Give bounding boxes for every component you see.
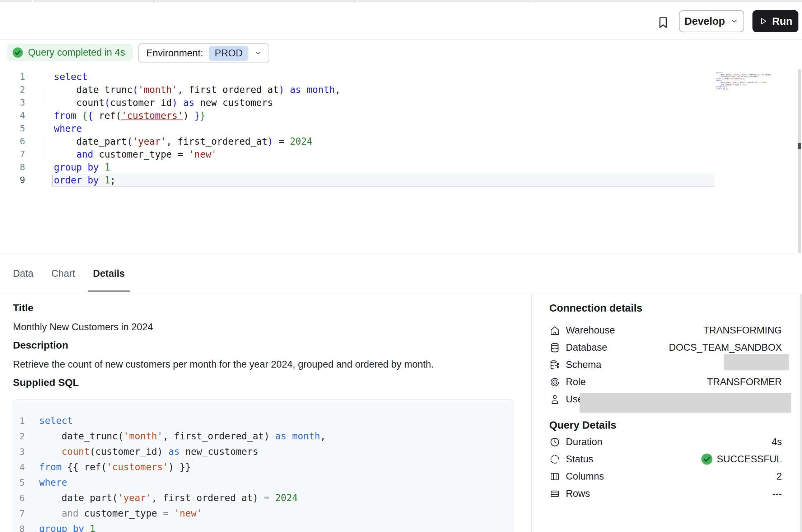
code-line[interactable]: 3 count(customer_id) as new_customers xyxy=(13,444,514,459)
rows-value: --- xyxy=(772,488,782,499)
chevron-down-icon xyxy=(730,17,738,25)
code-line[interactable]: 5where xyxy=(13,475,514,490)
status-row: StatusSUCCESSFUL xyxy=(549,451,782,467)
duration-label: Duration xyxy=(566,437,602,448)
status-value: SUCCESSFUL xyxy=(701,453,782,465)
status-label: Status xyxy=(566,454,593,465)
panel-divider xyxy=(531,294,532,532)
environment-value-chip: PROD xyxy=(209,46,248,61)
code-line[interactable]: 8group by 1 xyxy=(0,161,802,174)
description-heading: Description xyxy=(13,340,68,351)
line-number: 7 xyxy=(16,506,25,521)
code-text: and customer_type = 'new' xyxy=(39,506,202,521)
code-line[interactable]: 8group by 1 xyxy=(13,521,514,532)
code-line[interactable]: 2 date_trunc('month', first_ordered_at) … xyxy=(13,429,514,444)
code-line[interactable]: 6 date_part('year', first_ordered_at) = … xyxy=(13,490,514,506)
line-number: 9 xyxy=(0,174,25,187)
tab-strip-divider xyxy=(530,0,531,2)
code-text: group by 1 xyxy=(39,521,95,532)
minimap-line: order by 1; xyxy=(716,88,759,90)
line-number: 7 xyxy=(0,148,25,161)
supplied-sql-heading: Supplied SQL xyxy=(13,377,79,388)
editor-code-lines[interactable]: 1select2 date_trunc('month', first_order… xyxy=(0,70,802,187)
editor-scrollbar-thumb[interactable] xyxy=(798,143,801,149)
tab-strip-divider xyxy=(32,0,33,2)
develop-button-label: Develop xyxy=(685,15,725,27)
develop-dropdown-button[interactable]: Develop xyxy=(679,10,744,32)
check-circle-icon xyxy=(701,453,713,465)
code-text: select xyxy=(39,413,73,429)
code-line[interactable]: 4from {{ ref('customers') }} xyxy=(0,109,802,122)
environment-label: Environment: xyxy=(146,48,203,59)
code-line[interactable]: 9order by 1; xyxy=(0,174,802,187)
query-status-pill: Query completed in 4s xyxy=(7,44,133,61)
schema-redacted-value xyxy=(724,354,789,369)
role-label: Role xyxy=(566,377,586,388)
line-number: 5 xyxy=(0,122,25,135)
run-button-label: Run xyxy=(772,15,792,27)
code-line[interactable]: 7 and customer_type = 'new' xyxy=(13,506,514,521)
sql-editor[interactable]: 1select2 date_trunc('month', first_order… xyxy=(0,68,802,254)
supplied-sql-code-block: 1select2 date_trunc('month', first_order… xyxy=(13,399,514,532)
rows-row: Rows--- xyxy=(549,486,782,501)
warehouse-value: TRANSFORMING xyxy=(703,325,782,336)
code-text: count(customer_id) as new_customers xyxy=(54,96,273,109)
warehouse-icon xyxy=(549,325,560,336)
results-tabbar: DataChartDetails xyxy=(0,254,802,293)
code-text: date_part('year', first_ordered_at) = 20… xyxy=(39,490,298,506)
play-icon xyxy=(759,17,768,26)
database-value: DOCS_TEAM_SANDBOX xyxy=(669,342,782,353)
line-number: 5 xyxy=(16,475,25,490)
spinner-icon xyxy=(549,454,560,465)
line-number: 4 xyxy=(0,109,25,122)
indent-guide xyxy=(44,135,44,161)
query-status-text: Query completed in 4s xyxy=(28,47,125,58)
code-text: where xyxy=(39,475,67,490)
code-line[interactable]: 1select xyxy=(0,70,802,83)
code-line[interactable]: 5where xyxy=(0,122,802,135)
check-circle-icon xyxy=(12,47,23,58)
code-text: and customer_type = 'new' xyxy=(54,148,217,161)
line-number: 1 xyxy=(0,70,25,83)
tab-chart[interactable]: Chart xyxy=(51,254,75,293)
user-redacted-value xyxy=(580,393,791,412)
warehouse-row: WarehouseTRANSFORMING xyxy=(549,322,782,338)
line-number: 8 xyxy=(0,161,25,174)
database-label: Database xyxy=(566,342,607,353)
role-row: RoleTRANSFORMER xyxy=(549,374,782,390)
line-number: 6 xyxy=(0,135,25,148)
toolbar-header: Develop Run xyxy=(0,2,802,39)
code-line[interactable]: 4from {{ ref('customers') }} xyxy=(13,459,514,475)
code-line[interactable]: 7 and customer_type = 'new' xyxy=(0,148,802,161)
line-number: 8 xyxy=(16,521,25,532)
code-text: date_trunc('month', first_ordered_at) as… xyxy=(54,83,340,96)
tab-details[interactable]: Details xyxy=(93,254,125,293)
schema-icon xyxy=(549,359,560,370)
duration-row: Duration4s xyxy=(549,434,782,450)
query-details-heading: Query Details xyxy=(549,419,616,431)
warehouse-label: Warehouse xyxy=(566,325,615,336)
line-number: 3 xyxy=(16,444,25,459)
description-value: Retrieve the count of new customers per … xyxy=(13,359,434,370)
code-line[interactable]: 2 date_trunc('month', first_ordered_at) … xyxy=(0,83,802,96)
environment-selector[interactable]: Environment: PROD xyxy=(138,43,269,63)
code-line[interactable]: 6 date_part('year', first_ordered_at) = … xyxy=(0,135,802,148)
line-number: 2 xyxy=(16,429,25,444)
clock-icon xyxy=(549,437,560,448)
rows-icon xyxy=(549,488,560,499)
tab-data[interactable]: Data xyxy=(13,254,33,293)
columns-label: Columns xyxy=(566,471,604,482)
code-text: date_trunc('month', first_ordered_at) as… xyxy=(39,429,326,444)
editor-minimap[interactable]: select date_trunc('month', first_ordered… xyxy=(716,72,759,90)
connection-details-heading: Connection details xyxy=(549,302,642,314)
code-text: group by 1 xyxy=(54,161,110,174)
editor-scrollbar[interactable] xyxy=(798,69,801,253)
code-text: count(customer_id) as new_customers xyxy=(39,444,258,459)
code-text: where xyxy=(54,122,82,135)
code-line[interactable]: 1select xyxy=(13,413,514,429)
page-scrollbar[interactable] xyxy=(800,294,802,532)
tab-strip-divider xyxy=(355,0,357,2)
bookmark-icon[interactable] xyxy=(656,15,670,30)
code-line[interactable]: 3 count(customer_id) as new_customers xyxy=(0,96,802,109)
run-button[interactable]: Run xyxy=(752,10,798,32)
